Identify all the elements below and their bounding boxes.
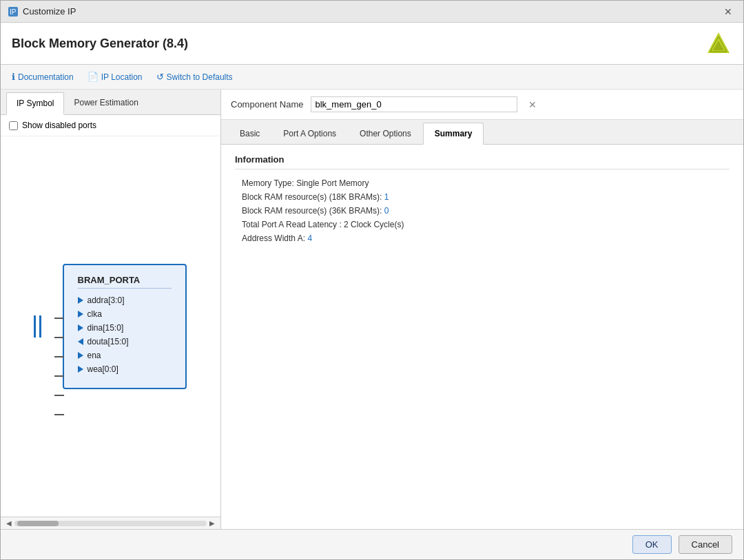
bram-title: BRAM_PORTA	[78, 275, 172, 289]
bram-port-ena: ena	[78, 351, 172, 360]
scroll-left-arrow[interactable]: ◀	[3, 519, 14, 527]
documentation-link[interactable]: ℹ Documentation	[12, 72, 74, 82]
switch-defaults-link[interactable]: ↺ Switch to Defaults	[156, 72, 233, 82]
ip-location-label: IP Location	[101, 72, 143, 82]
tab-port-a-options[interactable]: Port A Options	[271, 123, 348, 144]
tab-power-estimation[interactable]: Power Estimation	[64, 92, 147, 114]
port-in-icon	[78, 366, 83, 373]
bram-port-addra: addra[3:0]	[78, 295, 172, 305]
summary-content: Information Memory Type: Single Port Mem…	[221, 145, 743, 529]
location-icon: 📄	[87, 72, 99, 82]
left-panel-options: Show disabled ports	[1, 115, 220, 136]
bram-port-dina: dina[15:0]	[78, 323, 172, 333]
app-icon: IP	[8, 6, 19, 17]
tab-summary[interactable]: Summary	[423, 123, 484, 145]
cancel-button[interactable]: Cancel	[679, 535, 732, 554]
left-panel-tabs: IP Symbol Power Estimation	[1, 90, 220, 115]
main-content: IP Symbol Power Estimation Show disabled…	[1, 90, 743, 529]
scroll-right-arrow[interactable]: ▶	[207, 519, 218, 527]
port-in-icon	[78, 311, 83, 318]
component-name-label: Component Name	[231, 99, 304, 110]
toolbar: ℹ Documentation 📄 IP Location ↺ Switch t…	[1, 65, 743, 90]
info-icon: ℹ	[12, 72, 15, 82]
tab-other-options[interactable]: Other Options	[348, 123, 423, 144]
right-tabs: Basic Port A Options Other Options Summa…	[221, 120, 743, 145]
bram-double-bar	[34, 315, 41, 338]
info-section-title: Information	[235, 154, 730, 169]
footer: OK Cancel	[1, 529, 743, 559]
ip-location-link[interactable]: 📄 IP Location	[87, 72, 143, 82]
app-title: Block Memory Generator (8.4)	[12, 37, 188, 51]
refresh-icon: ↺	[156, 72, 164, 82]
component-clear-button[interactable]: ✕	[524, 98, 541, 112]
tab-basic[interactable]: Basic	[228, 123, 271, 144]
bram-port-wea: wea[0:0]	[78, 364, 172, 374]
bram-box: BRAM_PORTA addra[3:0] clka dina[15:	[63, 264, 187, 389]
close-button[interactable]: ✕	[720, 5, 736, 19]
show-disabled-ports-label[interactable]: Show disabled ports	[9, 121, 212, 130]
info-row-memory-type: Memory Type: Single Port Memory	[235, 176, 730, 190]
symbol-canvas: BRAM_PORTA addra[3:0] clka dina[15:	[1, 136, 220, 517]
input-wires	[54, 318, 64, 415]
title-bar-left: IP Customize IP	[8, 6, 76, 17]
port-out-icon	[78, 338, 83, 345]
documentation-label: Documentation	[18, 72, 74, 82]
port-in-icon	[78, 352, 83, 359]
show-disabled-ports-checkbox[interactable]	[9, 121, 18, 130]
svg-text:IP: IP	[10, 8, 17, 16]
scroll-track	[14, 521, 207, 526]
bram-port-douta: douta[15:0]	[78, 337, 172, 346]
header-bar: Block Memory Generator (8.4)	[1, 23, 743, 65]
scroll-thumb[interactable]	[17, 521, 59, 526]
info-row-36k: Block RAM resource(s) (36K BRAMs): 0	[235, 204, 730, 218]
left-scrollbar[interactable]: ◀ ▶	[1, 517, 220, 529]
main-window: IP Customize IP ✕ Block Memory Generator…	[0, 0, 744, 560]
port-in-icon	[78, 324, 83, 331]
info-row-latency: Total Port A Read Latency : 2 Clock Cycl…	[235, 218, 730, 231]
title-bar: IP Customize IP ✕	[1, 1, 743, 23]
right-panel: Component Name ✕ Basic Port A Options Ot…	[221, 90, 743, 529]
bram-port-clka: clka	[78, 309, 172, 319]
component-name-input[interactable]	[311, 96, 517, 112]
info-row-address-width: Address Width A: 4	[235, 231, 730, 245]
left-panel: IP Symbol Power Estimation Show disabled…	[1, 90, 221, 529]
tab-ip-symbol[interactable]: IP Symbol	[6, 92, 64, 115]
info-section: Information Memory Type: Single Port Mem…	[221, 145, 743, 255]
port-in-icon	[78, 297, 83, 304]
bram-symbol: BRAM_PORTA addra[3:0] clka dina[15:	[63, 264, 187, 389]
window-title: Customize IP	[23, 6, 76, 17]
ok-button[interactable]: OK	[632, 535, 672, 554]
switch-defaults-label: Switch to Defaults	[167, 72, 233, 82]
vivado-logo	[705, 30, 732, 57]
component-name-row: Component Name ✕	[221, 90, 743, 120]
info-row-18k: Block RAM resource(s) (18K BRAMs): 1	[235, 190, 730, 204]
